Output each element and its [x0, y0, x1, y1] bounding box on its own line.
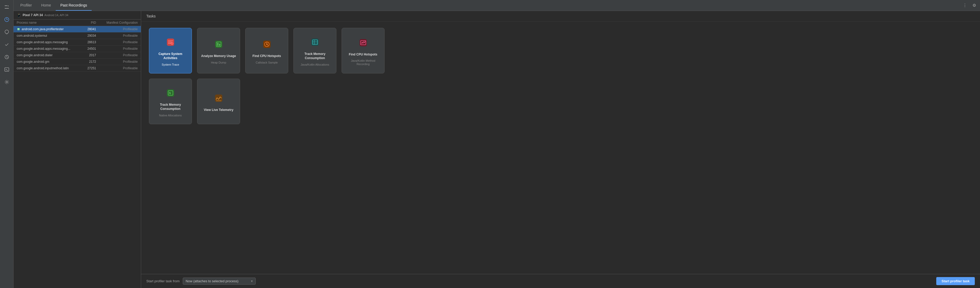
dropdown-value: Now (attaches to selected process)	[186, 279, 239, 283]
tab-profiler[interactable]: Profiler	[16, 0, 37, 11]
task-subtitle-callstack-sample: Callstack Sample	[256, 61, 278, 64]
process-manifest: Profileable	[96, 34, 138, 38]
col-process-name: Process name	[17, 21, 75, 24]
task-card-native-allocations[interactable]: N Track Memory ConsumptionNative Allocat…	[149, 79, 192, 124]
process-pid: 28613	[75, 40, 96, 44]
tabs-bar: Profiler Home Past Recordings ⋮ ⚙	[14, 0, 980, 11]
process-manifest: Profileable	[96, 67, 138, 70]
terminal-icon[interactable]	[2, 65, 11, 74]
device-icon: 📱	[17, 13, 21, 17]
task-title-live-telemetry: View Live Telemetry	[204, 108, 234, 112]
process-name: com.google.android.apps.messaging...	[17, 47, 70, 51]
android-app-icon	[17, 27, 20, 31]
java-alloc-icon	[308, 35, 322, 49]
task-title-callstack-sample: Find CPU Hotspots	[253, 54, 281, 58]
tab-past-recordings[interactable]: Past Recordings	[56, 0, 92, 11]
device-os: Android 14, API 34	[45, 14, 68, 17]
process-pid: 27251	[75, 67, 96, 70]
tasks-row-1: Capture System ActivitiesSystem Trace An…	[149, 28, 972, 73]
table-row[interactable]: com.android.systemui29034Profileable	[14, 33, 141, 39]
insights-icon[interactable]	[2, 28, 11, 37]
gear-icon[interactable]: ⚙	[970, 2, 978, 9]
time-icon[interactable]	[2, 53, 11, 62]
tabs-list: Profiler Home Past Recordings	[16, 0, 92, 11]
settings-icon[interactable]	[2, 78, 11, 86]
more-options-icon[interactable]: ⋮	[961, 2, 969, 9]
svg-rect-1	[5, 5, 7, 6]
native-alloc-icon: N	[163, 86, 178, 100]
task-subtitle-java-kotlin-recording: Java/Kotlin Method Recording	[344, 59, 382, 66]
task-card-callstack-sample[interactable]: Find CPU HotspotsCallstack Sample	[245, 28, 288, 73]
main-area: Profiler Home Past Recordings ⋮ ⚙ 📱 Pixe…	[14, 0, 980, 288]
task-card-heap-dump[interactable]: Analyze Memory UsageHeap Dump	[197, 28, 240, 73]
svg-rect-0	[5, 8, 9, 9]
tasks-row-2: N Track Memory ConsumptionNative Allocat…	[149, 79, 972, 124]
profiler-icon[interactable]	[2, 15, 11, 24]
process-pid: 24501	[75, 47, 96, 51]
device-name: Pixel 7 API 34	[23, 13, 43, 17]
process-table-header: Process name PID Manifest Configuration	[14, 19, 141, 26]
task-subtitle-system-trace: System Trace	[162, 63, 179, 67]
table-row[interactable]: com.google.android.dialer2017Profileable	[14, 52, 141, 59]
method-recording-icon	[356, 35, 371, 50]
process-manifest: Profileable	[96, 60, 138, 64]
process-name: com.google.android.inputmethod.latin	[17, 67, 69, 70]
task-title-java-kotlin-recording: Find CPU Hotspots	[349, 53, 377, 57]
start-profiler-button[interactable]: Start profiler task	[936, 277, 975, 285]
task-subtitle-native-allocations: Native Allocations	[159, 114, 182, 117]
svg-marker-2	[8, 5, 9, 6]
process-name: com.google.android.gm	[17, 60, 49, 64]
device-header: 📱 Pixel 7 API 34 Android 14, API 34	[14, 11, 141, 19]
content-area: 📱 Pixel 7 API 34 Android 14, API 34 Proc…	[14, 11, 980, 288]
process-table: Process name PID Manifest Configuration …	[14, 19, 141, 288]
task-card-system-trace[interactable]: Capture System ActivitiesSystem Trace	[149, 28, 192, 73]
system-trace-icon	[163, 35, 178, 49]
sidebar	[0, 0, 14, 288]
tests-icon[interactable]	[2, 40, 11, 49]
svg-rect-13	[215, 41, 222, 48]
process-name: com.google.android.apps.messaging	[17, 40, 68, 44]
process-manifest: Profileable	[96, 27, 138, 31]
build-icon[interactable]	[2, 3, 11, 11]
process-pid: 28041	[75, 27, 96, 31]
task-card-live-telemetry[interactable]: View Live Telemetry	[197, 79, 240, 124]
table-row[interactable]: com.google.android.gm2172Profileable	[14, 59, 141, 65]
svg-rect-15	[217, 43, 218, 46]
process-manifest: Profileable	[96, 47, 138, 51]
process-manifest: Profileable	[96, 40, 138, 44]
process-name: com.google.android.dialer	[17, 53, 52, 57]
table-row[interactable]: com.google.android.inputmethod.latin2725…	[14, 65, 141, 72]
profiler-task-dropdown[interactable]: Now (attaches to selected process) ▾	[183, 278, 256, 285]
process-name: com.android.systemui	[17, 34, 47, 38]
footer-bar: Start profiler task from Now (attaches t…	[141, 274, 980, 288]
tasks-panel: Tasks Capture System ActivitiesSystem Tr…	[141, 11, 980, 288]
svg-text:N: N	[169, 91, 171, 95]
task-card-java-kotlin-recording[interactable]: Find CPU HotspotsJava/Kotlin Method Reco…	[342, 28, 385, 73]
process-panel: 📱 Pixel 7 API 34 Android 14, API 34 Proc…	[14, 11, 141, 288]
col-manifest: Manifest Configuration	[96, 21, 138, 24]
live-telemetry-icon	[212, 91, 226, 105]
dropdown-arrow-icon: ▾	[251, 279, 253, 283]
table-row[interactable]: com.google.android.apps.messaging28613Pr…	[14, 39, 141, 46]
process-rows-container: android.com.java.profilertester28041Prof…	[14, 26, 141, 72]
heap-dump-icon	[212, 37, 226, 52]
process-pid: 2017	[75, 53, 96, 57]
task-title-java-kotlin-allocations: Track Memory Consumption	[296, 52, 334, 60]
table-row[interactable]: android.com.java.profilertester28041Prof…	[14, 26, 141, 33]
tasks-header: Tasks	[141, 11, 980, 22]
tab-home[interactable]: Home	[37, 0, 56, 11]
footer-label: Start profiler task from	[146, 279, 180, 283]
task-title-system-trace: Capture System Activities	[152, 52, 189, 60]
col-pid: PID	[75, 21, 96, 24]
task-subtitle-java-kotlin-allocations: Java/Kotlin Allocations	[301, 63, 329, 67]
task-title-native-allocations: Track Memory Consumption	[152, 103, 189, 111]
svg-point-12	[171, 43, 173, 45]
callstack-icon	[259, 37, 274, 52]
process-name: android.com.java.profilertester	[22, 27, 64, 31]
svg-point-7	[6, 81, 8, 83]
process-pid: 29034	[75, 34, 96, 38]
tasks-grid: Capture System ActivitiesSystem Trace An…	[141, 22, 980, 274]
task-card-java-kotlin-allocations[interactable]: Track Memory ConsumptionJava/Kotlin Allo…	[293, 28, 336, 73]
table-row[interactable]: com.google.android.apps.messaging...2450…	[14, 46, 141, 52]
process-manifest: Profileable	[96, 53, 138, 57]
